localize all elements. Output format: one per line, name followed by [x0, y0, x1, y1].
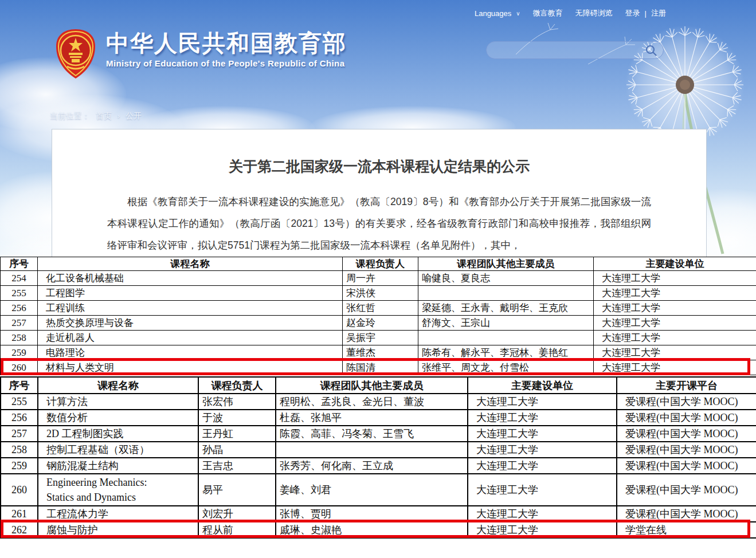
table-row: 260材料与人类文明陈国清张维平、周文龙、付雪松大连理工大学 [1, 360, 756, 375]
site-brand[interactable]: 中华人民共和国教育部 Ministry of Education of the … [54, 29, 347, 79]
course-table-mooc: 序号课程名称课程负责人课程团队其他主要成员主要建设单位主要开课平台255计算方法… [0, 376, 756, 539]
table-cell: 255 [1, 286, 38, 301]
table-cell: 大连理工大学 [468, 426, 617, 442]
table-cell: 张秀芳、何化南、王立成 [276, 458, 468, 474]
table-header-cell: 序号 [1, 257, 38, 271]
table-cell [418, 331, 594, 345]
table-row: 261工程流体力学刘宏升张博、贾明大连理工大学爱课程(中国大学 MOOC) [1, 506, 756, 522]
table-cell: 大连理工大学 [468, 458, 617, 474]
table-cell: 2D 工程制图实践 [38, 426, 198, 442]
table-cell: 周一卉 [343, 271, 418, 286]
table-cell: 257 [1, 426, 38, 442]
course-table-provincial: 序号课程名称课程负责人课程团队其他主要成员主要建设单位254化工设备机械基础周一… [0, 257, 756, 375]
site-title: 中华人民共和国教育部 [106, 30, 347, 56]
table-row: 255计算方法张宏伟程明松、孟兆良、金光日、董波大连理工大学爱课程(中国大学 M… [1, 394, 756, 410]
table-header-cell: 主要开课平台 [617, 377, 756, 394]
breadcrumb-home-link[interactable]: 首页 [96, 111, 112, 121]
table-cell: 陈霞、高菲、冯冬菊、王雪飞 [276, 426, 468, 442]
table-header-cell: 课程团队其他主要成员 [276, 377, 468, 394]
table-cell: 大连理工大学 [468, 474, 617, 506]
breadcrumb: 当前位置： 首页 › 公开 [50, 111, 142, 121]
table-cell: 工程流体力学 [38, 506, 198, 522]
table-cell: 张红哲 [343, 301, 418, 316]
table-cell: 程从前 [198, 522, 276, 538]
table-cell: 董维杰 [343, 345, 418, 360]
table-cell: 爱课程(中国大学 MOOC) [617, 426, 756, 442]
table-cell: 262 [1, 522, 38, 538]
table-cell: 刘宏升 [198, 506, 276, 522]
search-bar [486, 41, 664, 59]
table-row: 258控制工程基础（双语）孙晶大连理工大学爱课程(中国大学 MOOC) [1, 442, 756, 458]
table-cell: 大连理工大学 [594, 331, 756, 345]
table-cell: 材料与人类文明 [38, 360, 343, 375]
table-cell: 孙晶 [198, 442, 276, 458]
table-cell: 大连理工大学 [468, 506, 617, 522]
table-cell: 舒海文、王宗山 [418, 316, 594, 331]
table-cell: 爱课程(中国大学 MOOC) [617, 506, 756, 522]
top-navigation: Languages ∨ 微言教育 无障碍浏览 登录 | 注册 [475, 8, 666, 18]
table-cell: 爱课程(中国大学 MOOC) [617, 410, 756, 426]
breadcrumb-current-link[interactable]: 公开 [126, 111, 142, 121]
table-header-cell: 课程名称 [38, 257, 343, 271]
search-input[interactable] [496, 43, 645, 58]
table-cell: 大连理工大学 [594, 286, 756, 301]
table-cell: 电路理论 [38, 345, 343, 360]
table-row: 260Engineering Mechanics: Statics and Dy… [1, 474, 756, 506]
nav-divider: | [645, 9, 647, 18]
table-row: 254化工设备机械基础周一卉喻健良、夏良志大连理工大学 [1, 271, 756, 286]
table-row: 255工程图学宋洪侠大连理工大学 [1, 286, 756, 301]
search-button[interactable] [645, 44, 657, 57]
table-cell: 261 [1, 506, 38, 522]
table-cell: 吴振宇 [343, 331, 418, 345]
table-header-row: 序号课程名称课程负责人课程团队其他主要成员主要建设单位主要开课平台 [1, 377, 756, 394]
table-header-cell: 课程团队其他主要成员 [418, 257, 594, 271]
nav-weiyan-education[interactable]: 微言教育 [533, 8, 563, 18]
table-cell: 大连理工大学 [468, 442, 617, 458]
table-cell: 254 [1, 271, 38, 286]
table-cell: 计算方法 [38, 394, 198, 410]
table-cell: 大连理工大学 [594, 301, 756, 316]
breadcrumb-label: 当前位置： [50, 111, 90, 121]
table-cell: 工程图学 [38, 286, 343, 301]
table-cell: 255 [1, 394, 38, 410]
table-header-cell: 主要建设单位 [468, 377, 617, 394]
table-cell [276, 442, 468, 458]
table-header-cell: 序号 [1, 377, 38, 394]
table-row: 256数值分析于波杜磊、张旭平大连理工大学爱课程(中国大学 MOOC) [1, 410, 756, 426]
table-cell: 大连理工大学 [594, 345, 756, 360]
site-subtitle: Ministry of Education of the People's Re… [106, 58, 347, 68]
table-cell: 杜磊、张旭平 [276, 410, 468, 426]
table-cell: 259 [1, 345, 38, 360]
breadcrumb-separator-icon: › [117, 112, 120, 120]
table-cell: 学堂在线 [617, 522, 756, 538]
article-paragraph: 根据《教育部关于一流本科课程建设的实施意见》（教高〔2019〕8号）和《教育部办… [107, 191, 651, 256]
table-cell: 腐蚀与防护 [38, 522, 198, 538]
nav-register[interactable]: 注册 [651, 8, 666, 18]
table-cell: 姜峰、刘君 [276, 474, 468, 506]
table-cell: 爱课程(中国大学 MOOC) [617, 394, 756, 410]
table-cell: 走近机器人 [38, 331, 343, 345]
table-cell: 大连理工大学 [594, 360, 756, 375]
table-header-row: 序号课程名称课程负责人课程团队其他主要成员主要建设单位 [1, 257, 756, 271]
table-cell: 化工设备机械基础 [38, 271, 343, 286]
table-row: 259电路理论董维杰陈希有、解永平、李冠林、姜艳红大连理工大学 [1, 345, 756, 360]
table-cell: 王吉忠 [198, 458, 276, 474]
nav-accessibility-browse[interactable]: 无障碍浏览 [575, 8, 613, 18]
table-cell: 戚琳、史淑艳 [276, 522, 468, 538]
table-row: 258走近机器人吴振宇大连理工大学 [1, 331, 756, 345]
table-cell: 大连理工大学 [468, 522, 617, 538]
table-cell: 程明松、孟兆良、金光日、董波 [276, 394, 468, 410]
national-emblem-logo [54, 29, 97, 79]
table-cell: 陈希有、解永平、李冠林、姜艳红 [418, 345, 594, 360]
table-cell: 王丹虹 [198, 426, 276, 442]
article-panel: 关于第二批国家级一流本科课程认定结果的公示 根据《教育部关于一流本科课程建设的实… [52, 129, 707, 258]
table-cell: 258 [1, 442, 38, 458]
table-cell: 大连理工大学 [468, 410, 617, 426]
table-cell: 张维平、周文龙、付雪松 [418, 360, 594, 375]
table-cell: 喻健良、夏良志 [418, 271, 594, 286]
table-cell: 大连理工大学 [468, 394, 617, 410]
table-cell: 宋洪侠 [343, 286, 418, 301]
nav-login[interactable]: 登录 [625, 8, 640, 18]
table-header-cell: 课程名称 [38, 377, 198, 394]
languages-menu[interactable]: Languages ∨ [475, 9, 520, 18]
